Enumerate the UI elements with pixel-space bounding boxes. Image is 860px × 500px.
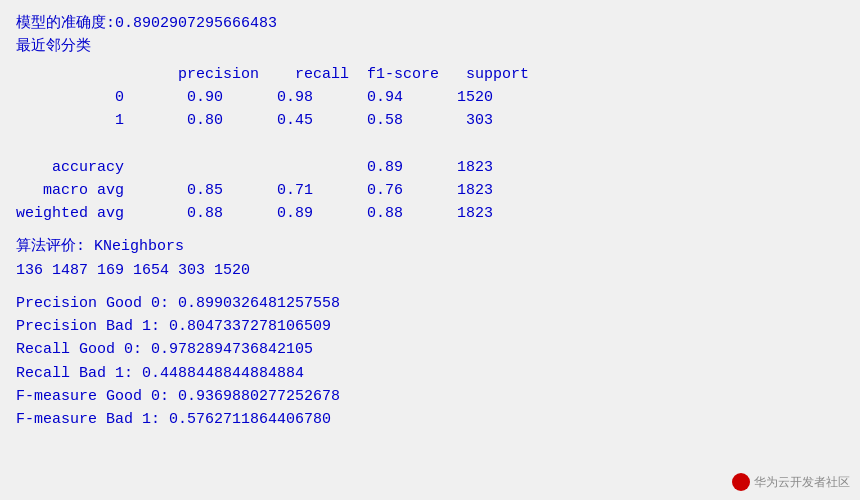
precision-bad: Precision Bad 1: 0.8047337278106509 — [16, 315, 844, 338]
evaluation-section: 算法评价: KNeighbors 136 1487 169 1654 303 1… — [16, 235, 844, 282]
evaluation-title: 算法评价: KNeighbors — [16, 235, 844, 258]
accuracy-line: 模型的准确度:0.8902907295666483 — [16, 12, 844, 35]
recall-good: Recall Good 0: 0.9782894736842105 — [16, 338, 844, 361]
table-row-0: 0 0.90 0.98 0.94 1520 — [16, 86, 844, 109]
watermark-logo: 华为云开发者社区 — [732, 473, 850, 491]
evaluation-numbers: 136 1487 169 1654 303 1520 — [16, 259, 844, 282]
classifier-line: 最近邻分类 — [16, 35, 844, 58]
watermark-text: 华为云开发者社区 — [754, 474, 850, 491]
table-row-weighted: weighted avg 0.88 0.89 0.88 1823 — [16, 202, 844, 225]
recall-bad: Recall Bad 1: 0.4488448844884884 — [16, 362, 844, 385]
watermark: 华为云开发者社区 — [732, 473, 850, 494]
table-header: precision recall f1-score support — [16, 63, 844, 86]
metrics-section: Precision Good 0: 0.8990326481257558 Pre… — [16, 292, 844, 432]
table-row-blank — [16, 132, 844, 155]
classification-table: precision recall f1-score support 0 0.90… — [16, 63, 844, 226]
main-container: 模型的准确度:0.8902907295666483 最近邻分类 precisio… — [0, 0, 860, 500]
fmeasure-bad: F-measure Bad 1: 0.5762711864406780 — [16, 408, 844, 431]
precision-good: Precision Good 0: 0.8990326481257558 — [16, 292, 844, 315]
huawei-icon — [732, 473, 750, 491]
table-row-macro: macro avg 0.85 0.71 0.76 1823 — [16, 179, 844, 202]
table-row-accuracy: accuracy 0.89 1823 — [16, 156, 844, 179]
fmeasure-good: F-measure Good 0: 0.9369880277252678 — [16, 385, 844, 408]
table-row-1: 1 0.80 0.45 0.58 303 — [16, 109, 844, 132]
